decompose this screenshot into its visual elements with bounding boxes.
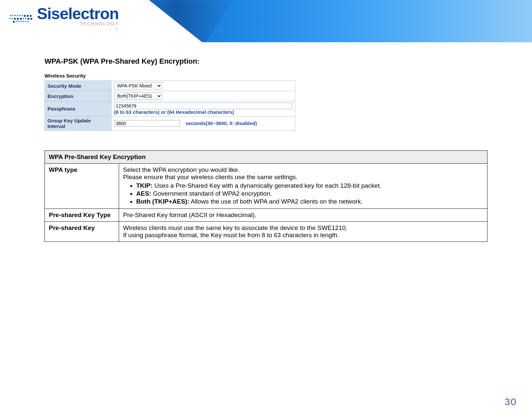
row-passphrase: Passphrase (8 to 63 characters) or (64 H… (45, 101, 295, 116)
desc-key-psk: Pre-shared Key (45, 222, 119, 242)
section-title: WPA-PSK (WPA Pre-Shared Key) Encryption: (45, 57, 487, 66)
brand-name: Siselectron (37, 6, 119, 22)
panel-title: Wireless Security (45, 73, 295, 79)
desc-row-psk-type: Pre-shared Key Type Pre-Shared Key forma… (45, 209, 487, 222)
passphrase-hint: (8 to 63 characters) or (64 Hexadecimal … (114, 109, 234, 115)
bullet-tkip-bold: TKIP: (136, 182, 153, 189)
wpa-type-bullets: TKIP: Uses a Pre-Shared Key with a dynam… (136, 182, 483, 205)
row-encryption: Encryption Both(TKIP+AES) (45, 91, 295, 101)
passphrase-input[interactable] (114, 103, 292, 109)
label-encryption: Encryption (45, 91, 111, 101)
header-banner: Siselectron TECHNOLOGY · · • • ® (0, 0, 532, 42)
page-content: WPA-PSK (WPA Pre-Shared Key) Encryption:… (0, 42, 532, 242)
psk-line1: Wireless clients must use the same key t… (123, 224, 347, 231)
bullet-both: Both (TKIP+AES): Allows the use of both … (136, 198, 483, 205)
group-key-hint: seconds(30~3600, 0: disabled) (186, 120, 257, 126)
bullet-both-text: Allows the use of both WPA and WPA2 clie… (189, 198, 362, 205)
bullet-aes-text: Government standard of WPA2 encryption. (151, 190, 272, 197)
brand-tiny: · · • • ® (37, 27, 119, 31)
psk-line2: If using passphrase format, the Key must… (123, 232, 339, 239)
cell-passphrase: (8 to 63 characters) or (64 Hexadecimal … (111, 101, 295, 116)
page-number: 30 (505, 396, 517, 407)
row-security-mode: Security Mode WPA-PSK Mixed (45, 81, 295, 91)
bullet-tkip: TKIP: Uses a Pre-Shared Key with a dynam… (136, 182, 483, 189)
desc-header-row: WPA Pre-Shared Key Encryption (45, 151, 487, 164)
wpa-type-intro1: Select the WPA encryption you would like… (123, 166, 239, 173)
cell-group-key: seconds(30~3600, 0: disabled) (111, 116, 295, 131)
desc-row-psk: Pre-shared Key Wireless clients must use… (45, 222, 487, 242)
logo-dots-icon (9, 6, 32, 32)
bullet-aes-bold: AES: (136, 190, 151, 197)
wireless-security-panel: Wireless Security Security Mode WPA-PSK … (45, 73, 295, 131)
desc-val-wpa-type: Select the WPA encryption you would like… (119, 164, 487, 209)
desc-val-psk: Wireless clients must use the same key t… (119, 222, 487, 242)
desc-header: WPA Pre-Shared Key Encryption (45, 151, 487, 164)
wpa-type-intro2: Please ensure that your wireless clients… (123, 174, 297, 180)
label-group-key: Group Key Update Interval (45, 116, 111, 131)
bullet-aes: AES: Government standard of WPA2 encrypt… (136, 190, 483, 197)
bullet-both-bold: Both (TKIP+AES): (136, 198, 189, 205)
label-security-mode: Security Mode (45, 81, 111, 91)
desc-key-psk-type: Pre-shared Key Type (45, 209, 119, 222)
group-key-input[interactable] (114, 120, 180, 127)
encryption-select[interactable]: Both(TKIP+AES) (114, 92, 162, 100)
cell-security-mode: WPA-PSK Mixed (111, 81, 295, 91)
wireless-security-table: Security Mode WPA-PSK Mixed Encryption B… (45, 80, 295, 131)
row-group-key: Group Key Update Interval seconds(30~360… (45, 116, 295, 131)
logo-text: Siselectron TECHNOLOGY · · • • ® (37, 6, 119, 31)
cell-encryption: Both(TKIP+AES) (111, 91, 295, 101)
desc-row-wpa-type: WPA type Select the WPA encryption you w… (45, 164, 487, 209)
desc-key-wpa-type: WPA type (45, 164, 119, 209)
security-mode-select[interactable]: WPA-PSK Mixed (114, 82, 162, 89)
logo: Siselectron TECHNOLOGY · · • • ® (9, 6, 119, 32)
desc-val-psk-type: Pre-Shared Key format (ASCII or Hexadeci… (119, 209, 487, 222)
label-passphrase: Passphrase (45, 101, 111, 116)
bullet-tkip-text: Uses a Pre-Shared Key with a dynamically… (153, 182, 382, 189)
description-table: WPA Pre-Shared Key Encryption WPA type S… (45, 150, 487, 242)
